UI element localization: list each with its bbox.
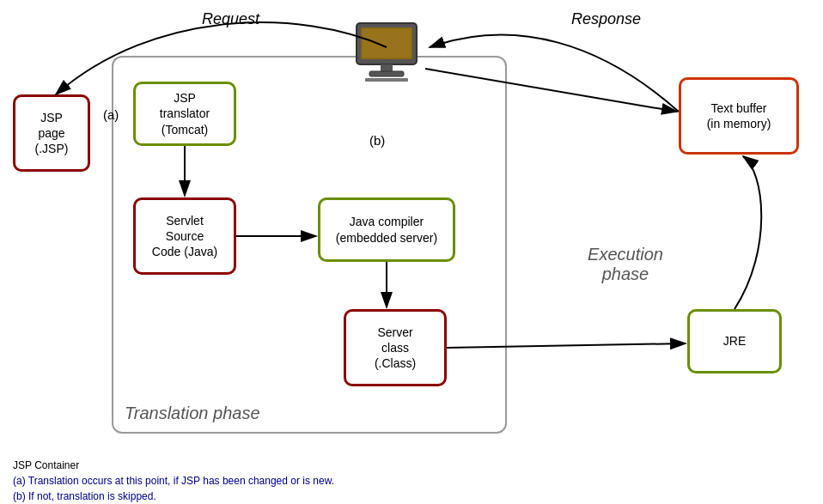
servlet-source-label: ServletSourceCode (Java) — [152, 213, 217, 260]
label-a: (a) — [103, 107, 119, 122]
footer: JSP Container (a) Translation occurs at … — [13, 458, 334, 504]
translation-phase-label: Translation phase — [125, 404, 260, 423]
footer-line2: (a) Translation occurs at this point, if… — [13, 473, 334, 489]
server-class-label: Serverclass(.Class) — [375, 325, 416, 372]
execution-phase-label: Executionphase — [574, 245, 677, 284]
svg-rect-2 — [363, 29, 411, 58]
jsp-page-label: JSPpage(.JSP) — [35, 110, 69, 157]
svg-rect-4 — [369, 71, 404, 76]
jre-box: JRE — [687, 309, 782, 373]
svg-rect-5 — [365, 78, 408, 82]
computer-icon — [352, 21, 421, 82]
jsp-translator-label: JSPtranslator(Tomcat) — [160, 90, 210, 137]
footer-line3: (b) If not, translation is skipped. — [13, 489, 334, 504]
jre-label: JRE — [723, 333, 746, 349]
label-b: (b) — [369, 133, 385, 148]
server-class-box: Serverclass(.Class) — [344, 309, 447, 386]
response-label: Response — [571, 10, 641, 28]
diagram-container: Translation phase Executionphase Request… — [0, 0, 823, 464]
jsp-page-box: JSPpage(.JSP) — [13, 94, 90, 172]
java-compiler-label: Java compiler(embedded server) — [336, 214, 437, 245]
text-buffer-label: Text buffer(in memory) — [707, 100, 771, 131]
jsp-translator-box: JSPtranslator(Tomcat) — [133, 82, 236, 146]
text-buffer-box: Text buffer(in memory) — [679, 77, 799, 155]
svg-rect-3 — [381, 64, 393, 71]
request-label: Request — [202, 10, 259, 28]
servlet-source-box: ServletSourceCode (Java) — [133, 197, 236, 275]
footer-line1: JSP Container — [13, 458, 334, 473]
java-compiler-box: Java compiler(embedded server) — [318, 197, 455, 262]
